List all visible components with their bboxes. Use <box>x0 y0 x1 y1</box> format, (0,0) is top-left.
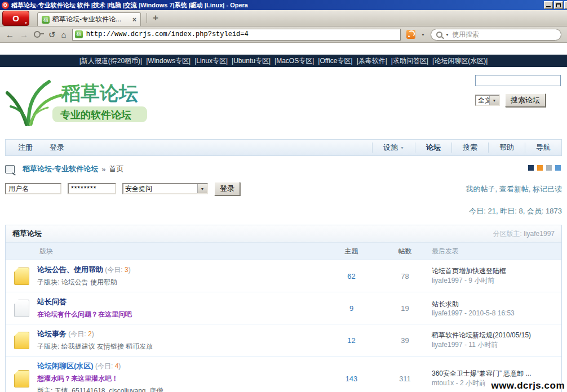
last-post-title-link[interactable]: 论坛首页增加快速登陆框 <box>432 266 558 276</box>
topnav-link-windows[interactable]: |Windows专区| <box>146 56 191 66</box>
forum-title-link[interactable]: 论坛闲聊区(水区) <box>37 362 94 370</box>
menu-item-help[interactable]: 帮助 <box>488 142 525 153</box>
column-header-row: 版块 主题 帖数 最后发表 <box>6 243 561 260</box>
rss-icon[interactable] <box>406 30 415 39</box>
close-button[interactable]: × <box>564 1 567 9</box>
menu-item-search[interactable]: 搜索 <box>451 142 488 153</box>
forum-stats: 今日: 21, 昨日: 8, 会员: 1873 <box>5 206 562 216</box>
my-posts-link[interactable]: 我的帖子 <box>466 185 495 193</box>
forum-title-link[interactable]: 论坛公告、使用帮助 <box>37 265 103 274</box>
posts-count: 19 <box>378 304 432 313</box>
last-post-title-link[interactable]: 站长求助 <box>432 300 558 309</box>
minimize-button[interactable] <box>544 1 553 9</box>
new-posts-link[interactable]: 查看新帖 <box>499 185 529 193</box>
new-tab-button[interactable]: + <box>153 12 158 24</box>
window-titlebar: O 稻草论坛-专业软件论坛 软件 |技术 |电脑 |交流 |Windows 7|… <box>0 0 567 10</box>
style-square-blue[interactable] <box>555 165 561 171</box>
topnav-link-office[interactable]: |Office专区| <box>318 56 352 66</box>
home-button[interactable]: ⌂ <box>61 30 67 39</box>
opera-app-icon: O <box>2 2 9 9</box>
last-post-meta[interactable]: mtou1x - 2 小时前 <box>432 379 486 387</box>
last-post-cell: 稻草软件论坛新坛规(2010/05/15) liyafe1997 - 11 小时… <box>432 331 561 350</box>
forum-row: 论坛事务 (今日: 2) 子版块: 给我提建议 友情链接 稻币发放 12 39 … <box>6 324 561 357</box>
forum-row: 论坛闲聊区(水区) (今日: 4) 想灌水吗？来这里灌水吧！ 版主: 无情, 6… <box>6 357 561 392</box>
today-count: (今日: 3) <box>103 266 131 274</box>
url-field[interactable]: 稻 http://www.dcrjs.com/index.php?styleid… <box>72 29 401 41</box>
site-watermark: www.dcrjs.com <box>491 380 565 391</box>
topnav-link-macos[interactable]: |MacOS专区| <box>274 56 314 66</box>
search-placeholder: 使用搜索 <box>452 30 479 39</box>
browser-search-field[interactable]: ▼ 使用搜索 <box>431 29 561 41</box>
site-logo-image[interactable]: 稻草论坛 专业的软件论坛 <box>5 70 191 132</box>
last-post-title-link[interactable]: 360安全卫士爆“兼容门” 恶意卸 ... <box>432 369 558 378</box>
forum-board-icon <box>5 165 15 173</box>
posts-count: 311 <box>378 375 432 383</box>
rewind-icon[interactable] <box>34 31 41 38</box>
chevron-down-icon: ▼ <box>24 21 28 25</box>
category-title[interactable]: 稻草论坛 <box>12 229 42 239</box>
security-question-value: 安全提问 <box>123 184 154 194</box>
last-post-meta[interactable]: liyafe1997 - 2010-5-8 16:53 <box>432 309 515 317</box>
topnav-link-offtopic[interactable]: |论坛闲聊区(水区)| <box>432 56 488 66</box>
forum-search-button[interactable]: 搜索论坛 <box>505 93 546 107</box>
forum-table: 稻草论坛 分区版主: liyafe1997 版块 主题 帖数 最后发表 论坛公告… <box>5 225 562 392</box>
last-post-meta[interactable]: liyafe1997 - 11 小时前 <box>432 341 498 349</box>
opera-menu-button[interactable]: O ▼ <box>2 11 29 26</box>
search-icon <box>436 32 442 38</box>
security-question-select[interactable]: 安全提问 ▼ <box>122 183 208 194</box>
moderator-link[interactable]: liyafe1997 <box>524 230 555 238</box>
subforums-line[interactable]: 子版块: 论坛公告 使用帮助 <box>37 278 319 287</box>
forum-title-link[interactable]: 论坛事务 <box>37 329 67 338</box>
category-moderator: 分区版主: liyafe1997 <box>493 229 555 239</box>
search-scope-select[interactable]: 全文 ▼ <box>475 95 500 106</box>
topnav-link-ubuntu[interactable]: |Ubuntu专区| <box>232 56 271 66</box>
login-button[interactable]: 登录 <box>214 182 240 195</box>
mark-read-link[interactable]: 标记已读 <box>533 185 562 193</box>
login-link[interactable]: 登录 <box>50 142 64 153</box>
subforums-line[interactable]: 子版块: 给我提建议 友情链接 稻币发放 <box>37 342 319 351</box>
menu-item-facilities[interactable]: 设施 ▼ <box>372 142 415 153</box>
reload-button[interactable]: ↺ <box>48 30 56 39</box>
rss-dropdown-icon[interactable]: ▼ <box>421 33 425 37</box>
menu-item-forum[interactable]: 论坛 <box>415 142 451 153</box>
forum-new-posts-icon <box>14 332 29 349</box>
password-field[interactable] <box>68 183 116 194</box>
back-button[interactable]: ← <box>6 30 14 39</box>
tab-forum[interactable]: 稻 稻草论坛-专业软件论... × <box>37 12 141 26</box>
topnav-link-newbie[interactable]: |新人报道(得20稻币)| <box>79 56 143 66</box>
topnav-link-linux[interactable]: |Linux专区| <box>194 56 228 66</box>
address-bar: ← → ↺ ⌂ 稻 http://www.dcrjs.com/index.php… <box>0 26 567 43</box>
column-topics: 主题 <box>325 247 378 256</box>
last-post-cell: 站长求助 liyafe1997 - 2010-5-8 16:53 <box>432 300 561 317</box>
last-post-meta[interactable]: liyafe1997 - 9 小时前 <box>432 277 494 284</box>
style-square-orange[interactable] <box>537 165 543 171</box>
menu-item-navigation[interactable]: 导航 <box>525 142 561 153</box>
restore-button[interactable] <box>554 1 563 9</box>
forum-search-input[interactable] <box>475 75 561 86</box>
forward-button[interactable]: → <box>20 30 28 39</box>
register-link[interactable]: 注册 <box>18 142 33 153</box>
style-square-dark[interactable] <box>528 165 534 171</box>
search-engine-dropdown-icon[interactable]: ▼ <box>445 33 449 37</box>
quick-links: 我的帖子, 查看新帖, 标记已读 <box>466 184 562 194</box>
window-title: 稻草论坛-专业软件论坛 软件 |技术 |电脑 |交流 |Windows 7|系统… <box>11 1 542 10</box>
username-field[interactable] <box>5 183 61 194</box>
breadcrumb-separator: » <box>101 165 105 173</box>
tab-close-icon[interactable]: × <box>132 16 136 24</box>
moderators-line[interactable]: 版主: 无情, 651141618, ciscoliuyang, 唐僧 <box>37 386 319 392</box>
topnav-link-antivirus[interactable]: |杀毒软件| <box>357 56 387 66</box>
topics-count: 143 <box>325 375 378 383</box>
breadcrumb-page-link[interactable]: 首页 <box>109 164 124 174</box>
today-count: (今日: 2) <box>67 330 94 338</box>
style-square-gray[interactable] <box>546 165 552 171</box>
last-post-title-link[interactable]: 稻草软件论坛新坛规(2010/05/15) <box>432 331 558 340</box>
restore-icon <box>556 3 561 7</box>
chevron-down-icon: ▼ <box>400 146 404 150</box>
breadcrumb-forum-link[interactable]: 稻草论坛-专业软件论坛 <box>23 164 98 174</box>
logo-subtitle-svg-text: 专业的软件论坛 <box>60 109 131 121</box>
window-controls: × <box>544 1 567 9</box>
quick-login-form: 安全提问 ▼ 登录 我的帖子, 查看新帖, 标记已读 <box>5 182 562 195</box>
topnav-link-help[interactable]: |求助问答区| <box>391 56 428 66</box>
forum-title-link[interactable]: 站长问答 <box>37 297 67 306</box>
forum-search-panel: 全文 ▼ 搜索论坛 <box>475 75 560 107</box>
